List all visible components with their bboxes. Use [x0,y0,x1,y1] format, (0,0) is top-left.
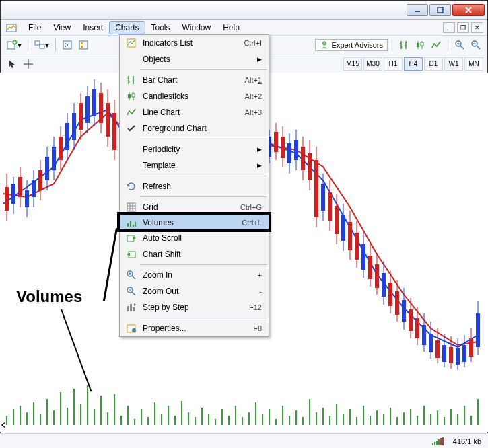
svg-rect-141 [112,113,116,150]
props-icon [124,323,139,334]
menu-tools[interactable]: Tools [145,21,176,34]
new-chart-button[interactable]: ▾ [5,38,24,52]
menu-shortcut: - [259,287,265,295]
bar-chart-type-button[interactable] [396,38,411,52]
menu-item-volumes[interactable]: VolumesCtrl+L [119,215,269,231]
menu-item-bar-chart[interactable]: Bar ChartAlt+1 [120,72,269,88]
timeframe-m30[interactable]: M30 [363,57,382,71]
zoom-out-button[interactable] [468,38,483,52]
svg-rect-173 [368,256,372,279]
menu-item-properties[interactable]: Properties...F8 [120,320,269,336]
annotation-volumes-label: Volumes [16,287,82,306]
menu-item-candlesticks[interactable]: CandlesticksAlt+2 [120,88,269,104]
svg-rect-234 [130,304,132,311]
mdi-close-button[interactable]: ✕ [471,22,483,33]
svg-rect-185 [409,309,413,331]
svg-rect-214 [132,94,135,97]
svg-rect-195 [442,345,446,362]
svg-rect-235 [133,307,135,311]
svg-rect-159 [321,184,325,211]
menu-item-zoom-out[interactable]: Zoom Out- [120,283,269,299]
menu-item-line-chart[interactable]: Line ChartAlt+3 [120,104,269,120]
cursor-button[interactable] [5,57,20,71]
menu-window[interactable]: Window [176,21,217,34]
menu-item-label: Step by Step [139,303,249,312]
svg-rect-133 [85,96,90,123]
svg-rect-147 [281,137,285,158]
menu-item-refresh[interactable]: Refresh [120,178,269,194]
svg-rect-165 [341,215,345,241]
menu-item-label: Zoom Out [139,287,259,296]
svg-line-231 [132,292,135,295]
menu-item-foreground-chart[interactable]: Foreground Chart [120,120,269,137]
menu-item-chart-shift[interactable]: Chart Shift [120,246,269,262]
svg-line-29 [460,46,464,49]
zoomin-icon [124,270,139,281]
minimize-button[interactable] [407,4,428,16]
svg-rect-135 [92,89,96,116]
menu-item-label: Periodicity [139,145,257,154]
timeframe-w1[interactable]: W1 [444,57,463,71]
timeframe-h4[interactable]: H4 [404,57,423,71]
menu-item-periodicity[interactable]: Periodicity▶ [120,141,269,157]
menu-item-auto-scroll[interactable]: Auto Scroll [120,230,269,246]
menu-shortcut: Alt+2 [245,92,265,100]
menu-charts[interactable]: Charts [109,21,145,34]
maximize-button[interactable] [429,4,451,16]
menu-item-step-by-step[interactable]: Step by StepF12 [120,299,269,315]
svg-line-227 [132,276,135,279]
mdi-restore-button[interactable]: ❐ [457,22,469,33]
close-button[interactable] [452,4,485,16]
svg-rect-131 [79,103,83,130]
crosshair-button[interactable] [21,57,36,71]
navigator-button[interactable] [76,38,91,52]
svg-rect-161 [328,192,332,221]
svg-rect-163 [335,206,339,234]
statusbar: 416/1 kb [0,433,488,448]
svg-rect-155 [308,153,312,180]
menu-view[interactable]: View [47,21,77,34]
line-chart-type-button[interactable] [429,38,444,52]
expert-advisors-label: Expert Advisors [332,41,383,49]
timeframe-m15[interactable]: M15 [343,57,362,71]
svg-rect-201 [462,345,466,362]
svg-rect-125 [59,137,63,160]
expert-advisors-button[interactable]: Expert Advisors [315,39,388,51]
candlestick-type-button[interactable] [413,38,427,52]
menu-shortcut: Alt+3 [245,108,265,116]
svg-rect-191 [429,334,433,352]
svg-rect-149 [287,143,291,163]
menu-help[interactable]: Help [217,21,246,34]
svg-rect-121 [45,157,49,180]
menu-shortcut: Ctrl+I [244,39,265,47]
svg-rect-193 [435,340,440,358]
menu-insert[interactable]: Insert [77,21,109,34]
menu-item-indicators-list[interactable]: Indicators ListCtrl+I [120,35,269,51]
menu-file[interactable]: File [22,21,47,34]
svg-rect-25 [417,43,419,47]
zoom-in-button[interactable] [452,38,467,52]
svg-rect-203 [469,338,473,357]
svg-rect-189 [422,325,426,345]
svg-rect-137 [99,93,103,123]
menu-item-grid[interactable]: GridCtrl+G [120,199,269,215]
timeframe-d1[interactable]: D1 [424,57,443,71]
profiles-button[interactable]: ▾ [32,38,51,52]
check-icon [124,123,139,134]
menu-item-label: Zoom In [139,270,258,280]
svg-rect-169 [355,233,359,260]
menu-item-zoom-in[interactable]: Zoom In+ [120,267,269,283]
menu-shortcut: Ctrl+G [240,203,265,211]
market-watch-button[interactable] [60,38,75,52]
mdi-minimize-button[interactable]: ‒ [443,22,455,33]
svg-rect-109 [5,187,9,211]
svg-rect-15 [81,42,83,44]
timeframe-mn[interactable]: MN [464,57,483,71]
grid-icon [124,202,139,213]
timeframe-h1[interactable]: H1 [384,57,403,71]
menubar: File View Insert Charts Tools Window Hel… [1,20,487,36]
menu-item-objects[interactable]: Objects▶ [120,51,269,67]
menu-item-template[interactable]: Template▶ [120,157,269,174]
svg-point-237 [132,328,136,332]
candle-icon [124,91,139,102]
